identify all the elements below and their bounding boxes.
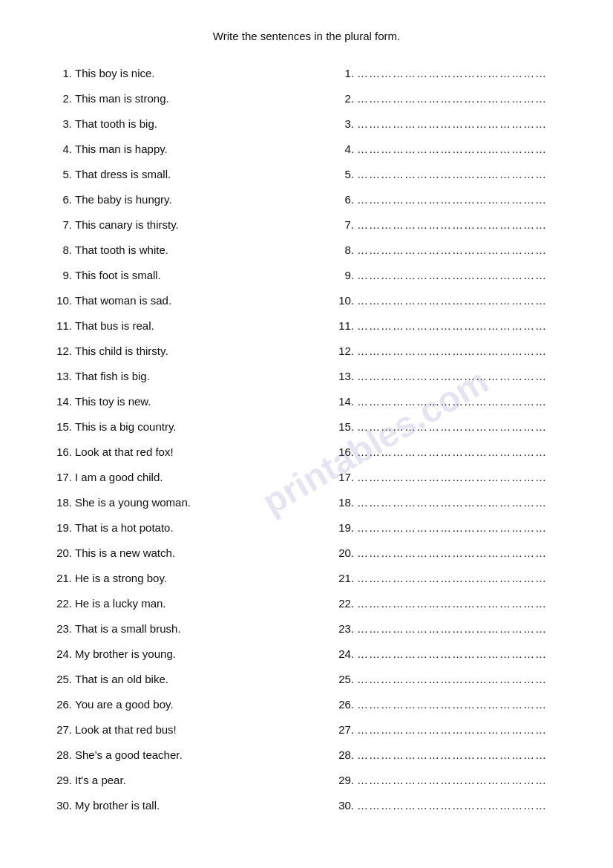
sentence-row: 2.This man is strong. [54, 90, 314, 108]
answer-dots: ………………………………………… [357, 620, 559, 638]
sentence-number: 19. [54, 519, 75, 537]
answer-dots: ………………………………………… [357, 317, 559, 335]
answer-dots: ………………………………………… [357, 746, 559, 764]
sentence-text: That dress is small. [75, 166, 314, 183]
answer-dots: ………………………………………… [357, 267, 559, 284]
answer-row: 29.………………………………………… [336, 771, 559, 789]
page-title: Write the sentences in the plural form. [22, 30, 591, 42]
answer-dots: ………………………………………… [357, 140, 559, 158]
answer-row: 2.………………………………………… [336, 90, 559, 108]
answer-number: 21. [336, 570, 357, 587]
sentence-row: 3.That tooth is big. [54, 115, 314, 133]
sentence-row: 16.Look at that red fox! [54, 443, 314, 461]
answer-dots: ………………………………………… [357, 418, 559, 436]
sentence-text: This toy is new. [75, 393, 314, 411]
answer-dots: ………………………………………… [357, 696, 559, 714]
sentences-column: 1.This boy is nice.2.This man is strong.… [54, 65, 329, 822]
sentence-row: 17.I am a good child. [54, 469, 314, 486]
sentence-row: 4.This man is happy. [54, 140, 314, 158]
sentence-text: You are a good boy. [75, 696, 314, 714]
answer-row: 3.………………………………………… [336, 115, 559, 133]
sentence-row: 9.This foot is small. [54, 267, 314, 284]
sentence-text: This boy is nice. [75, 65, 314, 82]
sentence-number: 6. [54, 191, 75, 209]
sentence-number: 26. [54, 696, 75, 714]
sentence-row: 21.He is a strong boy. [54, 570, 314, 587]
sentence-number: 15. [54, 418, 75, 436]
answer-number: 23. [336, 620, 357, 638]
answer-row: 13.………………………………………… [336, 368, 559, 385]
answer-dots: ………………………………………… [357, 544, 559, 562]
answer-number: 13. [336, 368, 357, 385]
answer-row: 16.………………………………………… [336, 443, 559, 461]
sentence-number: 22. [54, 595, 75, 613]
sentence-text: This canary is thirsty. [75, 216, 314, 234]
sentence-text: Look at that red fox! [75, 443, 314, 461]
sentence-row: 5.That dress is small. [54, 166, 314, 183]
answer-row: 9.………………………………………… [336, 267, 559, 284]
answer-dots: ………………………………………… [357, 670, 559, 688]
sentence-number: 16. [54, 443, 75, 461]
answer-row: 4.………………………………………… [336, 140, 559, 158]
answer-row: 25.………………………………………… [336, 670, 559, 688]
answer-number: 24. [336, 645, 357, 663]
sentence-number: 27. [54, 721, 75, 739]
sentence-number: 8. [54, 241, 75, 259]
answer-number: 12. [336, 342, 357, 360]
answer-dots: ………………………………………… [357, 771, 559, 789]
answer-dots: ………………………………………… [357, 342, 559, 360]
sentence-text: That is an old bike. [75, 670, 314, 688]
answer-dots: ………………………………………… [357, 191, 559, 209]
sentence-number: 2. [54, 90, 75, 108]
sentence-number: 23. [54, 620, 75, 638]
sentence-text: That is a hot potato. [75, 519, 314, 537]
sentence-row: 26.You are a good boy. [54, 696, 314, 714]
sentence-text: That fish is big. [75, 368, 314, 385]
sentence-text: The baby is hungry. [75, 191, 314, 209]
answer-row: 28.………………………………………… [336, 746, 559, 764]
sentence-text: That tooth is big. [75, 115, 314, 133]
sentence-row: 10.That woman is sad. [54, 292, 314, 310]
sentence-text: He is a lucky man. [75, 595, 314, 613]
answer-row: 27.………………………………………… [336, 721, 559, 739]
answer-number: 14. [336, 393, 357, 411]
answer-dots: ………………………………………… [357, 645, 559, 663]
sentence-row: 13.That fish is big. [54, 368, 314, 385]
sentence-number: 3. [54, 115, 75, 133]
sentence-text: This is a new watch. [75, 544, 314, 562]
sentence-number: 13. [54, 368, 75, 385]
answer-row: 20.………………………………………… [336, 544, 559, 562]
sentence-row: 29.It's a pear. [54, 771, 314, 789]
sentence-row: 6.The baby is hungry. [54, 191, 314, 209]
answer-dots: ………………………………………… [357, 90, 559, 108]
answer-number: 26. [336, 696, 357, 714]
sentence-number: 24. [54, 645, 75, 663]
sentence-number: 29. [54, 771, 75, 789]
answer-row: 22.………………………………………… [336, 595, 559, 613]
sentence-row: 30.My brother is tall. [54, 797, 314, 815]
sentence-text: That tooth is white. [75, 241, 314, 259]
answer-number: 18. [336, 494, 357, 512]
answer-number: 9. [336, 267, 357, 284]
answer-row: 18.………………………………………… [336, 494, 559, 512]
answer-row: 21.………………………………………… [336, 570, 559, 587]
sentence-number: 21. [54, 570, 75, 587]
answer-row: 30.………………………………………… [336, 797, 559, 815]
answer-dots: ………………………………………… [357, 166, 559, 183]
sentence-row: 15.This is a big country. [54, 418, 314, 436]
sentence-text: This man is happy. [75, 140, 314, 158]
sentence-text: I am a good child. [75, 469, 314, 486]
answer-number: 2. [336, 90, 357, 108]
sentence-text: She is a young woman. [75, 494, 314, 512]
sentence-row: 23.That is a small brush. [54, 620, 314, 638]
answer-dots: ………………………………………… [357, 368, 559, 385]
answer-row: 5.………………………………………… [336, 166, 559, 183]
sentence-number: 1. [54, 65, 75, 82]
answer-number: 20. [336, 544, 357, 562]
sentence-text: This foot is small. [75, 267, 314, 284]
answer-dots: ………………………………………… [357, 469, 559, 486]
sentence-text: This man is strong. [75, 90, 314, 108]
sentence-row: 12.This child is thirsty. [54, 342, 314, 360]
sentence-number: 9. [54, 267, 75, 284]
answer-row: 15.………………………………………… [336, 418, 559, 436]
